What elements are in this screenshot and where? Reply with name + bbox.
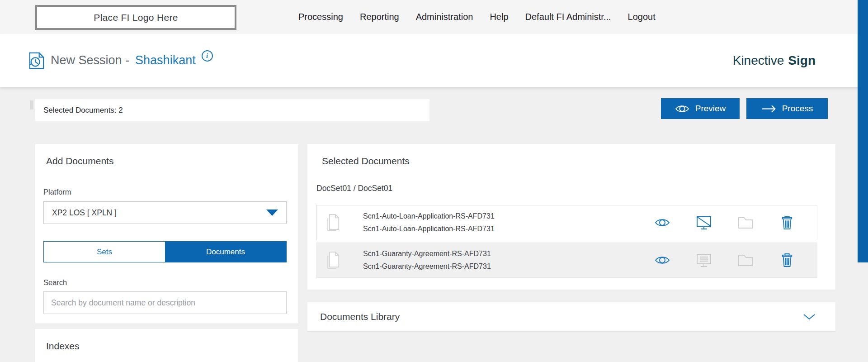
nav-item-reporting[interactable]: Reporting [360,12,399,22]
document-name-block: Scn1-Auto-Loan-Application-RS-AFD731 Scn… [363,212,495,233]
brand-name: Kinective [733,53,784,68]
top-nav-bar: Place FI Logo Here Processing Reporting … [0,0,868,34]
selected-count-bar: Selected Documents: 2 [35,99,429,121]
page-title: New Session - [51,53,129,67]
add-documents-title: Add Documents [46,156,113,167]
preview-button[interactable]: Preview [661,98,740,119]
selected-documents-title: Selected Documents [322,156,410,167]
document-name-block: Scn1-Guaranty-Agreement-RS-AFD731 Scn1-G… [363,250,491,271]
row-actions [654,215,795,230]
sets-documents-tab-group: Sets Documents [43,241,287,262]
document-row: Scn1-Auto-Loan-Application-RS-AFD731 Scn… [316,205,817,240]
document-row: Scn1-Guaranty-Agreement-RS-AFD731 Scn1-G… [316,243,817,278]
documents-library-header[interactable]: Documents Library [307,302,835,331]
session-header: New Session - Shashikant i Kinective Sig… [0,34,868,87]
fi-logo-text: Place FI Logo Here [94,12,178,23]
tab-sets-label: Sets [97,248,112,257]
eye-icon[interactable] [654,218,670,228]
trash-icon[interactable] [779,215,795,230]
session-user-link[interactable]: Shashikant [135,53,196,67]
eye-icon[interactable] [654,255,670,265]
nav-item-administration[interactable]: Administration [416,12,473,22]
nav-item-current-user[interactable]: Default FI Administr... [525,12,611,22]
docset-breadcrumb: DocSet01 / DocSet01 [316,184,392,193]
tab-documents[interactable]: Documents [165,242,286,262]
selected-documents-panel: Selected Documents DocSet01 / DocSet01 S… [307,144,835,290]
document-pages-icon [325,251,340,270]
eye-icon [675,104,689,114]
monitor-lines-icon [696,253,712,267]
nav-menu: Processing Reporting Administration Help… [298,0,656,34]
monitor-slash-icon[interactable] [696,216,712,230]
chevron-down-icon[interactable] [803,314,816,320]
fi-logo-placeholder: Place FI Logo Here [35,5,236,30]
add-documents-panel: Add Documents Platform XP2 LOS [ XPLN ] … [35,144,298,324]
platform-dropdown-value: XP2 LOS [ XPLN ] [52,208,117,218]
brand-logo: Kinective Sign [733,34,816,87]
document-description: Scn1-Guaranty-Agreement-RS-AFD731 [363,262,491,271]
trash-icon[interactable] [779,252,795,268]
scrollbar-strip[interactable] [858,0,868,262]
search-label: Search [43,278,67,287]
nav-item-logout[interactable]: Logout [628,12,656,22]
document-history-icon [28,52,45,70]
document-name: Scn1-Guaranty-Agreement-RS-AFD731 [363,250,491,258]
arrow-right-icon [761,105,776,113]
document-name: Scn1-Auto-Loan-Application-RS-AFD731 [363,212,495,220]
selected-count-label: Selected Documents: 2 [43,106,123,115]
indexes-panel: Indexes [35,329,298,362]
platform-dropdown[interactable]: XP2 LOS [ XPLN ] [43,201,287,224]
session-title-group: New Session - Shashikant i [28,34,213,87]
brand-product: Sign [788,53,816,68]
documents-library-title: Documents Library [320,311,400,322]
nav-item-processing[interactable]: Processing [298,12,343,22]
tab-sets[interactable]: Sets [44,242,165,262]
indexes-title: Indexes [46,341,80,352]
document-description: Scn1-Auto-Loan-Application-RS-AFD731 [363,225,495,233]
process-button-label: Process [782,104,813,114]
nav-item-help[interactable]: Help [490,12,508,22]
preview-button-label: Preview [695,104,726,114]
process-button[interactable]: Process [746,98,828,119]
tab-documents-label: Documents [206,248,245,257]
search-input[interactable] [43,291,287,314]
caret-down-icon [266,210,278,216]
document-pages-icon [325,213,340,232]
platform-label: Platform [43,188,71,196]
folder-icon [737,254,754,267]
info-icon[interactable]: i [202,50,213,62]
row-actions [654,252,795,268]
folder-icon [737,216,754,229]
count-bar-notch [30,100,33,110]
